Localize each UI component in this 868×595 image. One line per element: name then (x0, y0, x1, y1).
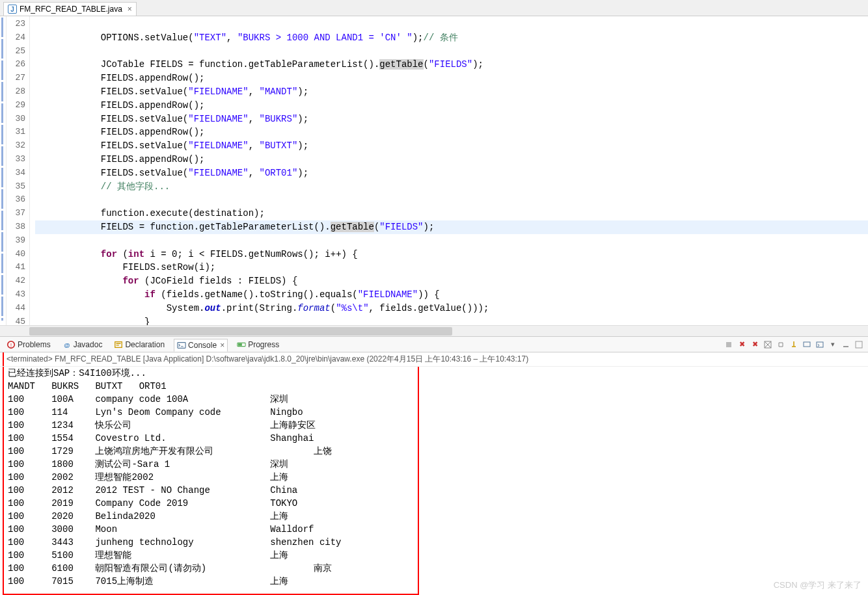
console-output[interactable]: 已经连接到SAP：S4I100环境...MANDT BUKRS BUTXT OR… (3, 367, 419, 595)
scroll-lock-icon[interactable] (776, 339, 786, 350)
console-toolbar: ✖ ✖ ▾ (724, 339, 864, 350)
svg-rect-10 (817, 342, 823, 347)
svg-rect-9 (804, 342, 810, 347)
file-tab[interactable]: J FM_RFC_READ_TABLE.java × (3, 2, 137, 16)
svg-text:@: @ (64, 341, 70, 348)
svg-rect-7 (726, 342, 731, 347)
svg-rect-6 (238, 343, 242, 346)
close-icon[interactable]: × (220, 341, 224, 350)
editor-tab-bar: J FM_RFC_READ_TABLE.java × (0, 0, 868, 16)
display-icon[interactable] (802, 339, 812, 350)
bottom-view-tabs: ! Problems @ Javadoc Declaration Console… (0, 336, 868, 352)
console-output-wrap: 已经连接到SAP：S4I100环境...MANDT BUKRS BUTXT OR… (0, 367, 868, 595)
java-file-icon: J (8, 5, 17, 14)
clear-icon[interactable] (763, 339, 773, 350)
console-launch-info: <terminated> FM_RFC_READ_TABLE [Java App… (0, 352, 868, 367)
code-editor[interactable]: 2324252627282930313233343536373839404142… (0, 16, 868, 325)
open-console-icon[interactable] (815, 339, 825, 350)
close-icon[interactable]: × (128, 5, 132, 14)
tab-label: Problems (18, 340, 51, 349)
svg-rect-11 (843, 346, 848, 347)
chevron-down-icon[interactable]: ▾ (828, 339, 838, 350)
tab-console[interactable]: Console × (174, 339, 228, 352)
svg-rect-12 (856, 341, 862, 348)
code-area[interactable]: OPTIONS.setValue("TEXT", "BUKRS > 1000 A… (30, 16, 868, 325)
tab-label: Progress (248, 340, 279, 349)
console-icon (177, 341, 186, 350)
terminate-icon[interactable] (724, 339, 734, 350)
overview-ruler (0, 16, 7, 325)
progress-icon (237, 340, 246, 349)
tab-label: Declaration (125, 340, 165, 349)
minimize-icon[interactable] (841, 339, 851, 350)
tab-problems[interactable]: ! Problems (4, 339, 53, 350)
remove-all-icon[interactable]: ✖ (750, 339, 760, 350)
svg-rect-4 (178, 342, 185, 348)
horizontal-scrollbar[interactable] (0, 325, 868, 336)
svg-text:!: ! (10, 341, 12, 348)
scrollbar-thumb[interactable] (29, 327, 452, 336)
line-number-gutter: 2324252627282930313233343536373839404142… (7, 16, 30, 325)
declaration-icon (114, 340, 123, 349)
tab-label: Console (188, 341, 217, 350)
problems-icon: ! (7, 340, 16, 349)
remove-icon[interactable]: ✖ (737, 339, 747, 350)
maximize-icon[interactable] (854, 339, 864, 350)
javadoc-icon: @ (62, 340, 72, 349)
watermark: CSDN @学习 来了来了 (774, 579, 861, 591)
tab-declaration[interactable]: Declaration (111, 339, 167, 350)
file-tab-label: FM_RFC_READ_TABLE.java (20, 5, 122, 14)
tab-javadoc[interactable]: @ Javadoc (60, 339, 105, 350)
tab-label: Javadoc (74, 340, 103, 349)
tab-progress[interactable]: Progress (234, 339, 282, 350)
pin-icon[interactable] (789, 339, 799, 350)
svg-rect-3 (115, 341, 122, 347)
